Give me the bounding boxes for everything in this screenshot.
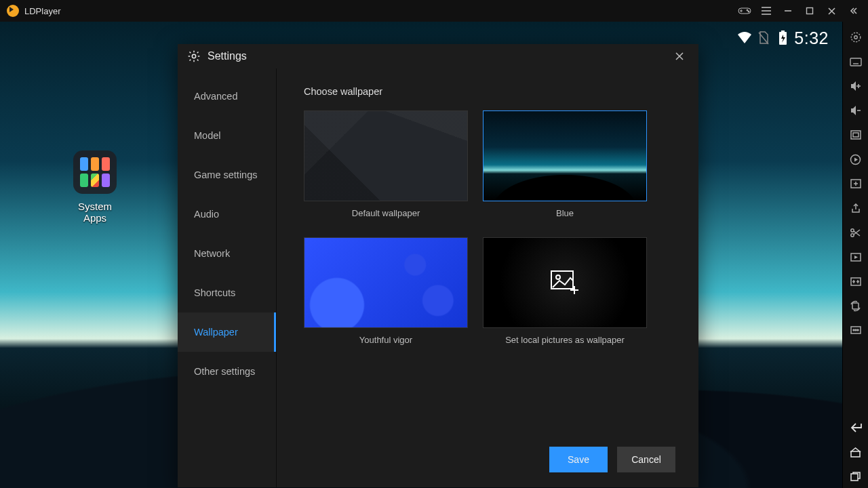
svg-rect-9 (807, 8, 813, 14)
rail-keyboard-icon[interactable] (843, 50, 869, 73)
battery-icon (775, 30, 790, 45)
rail-volume-up-icon[interactable] (843, 75, 869, 98)
nav-back-icon[interactable] (843, 416, 869, 439)
svg-rect-48 (852, 303, 859, 309)
nav-recent-icon[interactable] (843, 465, 869, 488)
svg-point-52 (857, 329, 859, 331)
rail-disc-icon[interactable] (843, 148, 869, 171)
svg-point-23 (851, 33, 861, 42)
emulator-desktop: 5:32 System Apps Settings (0, 22, 842, 488)
sidebar-label: Audio (194, 209, 219, 220)
svg-point-24 (854, 36, 857, 39)
hamburger-menu-icon[interactable] (755, 0, 777, 22)
sidebar-item-wallpaper[interactable]: Wallpaper (178, 312, 276, 352)
no-sim-icon (756, 30, 771, 45)
settings-sidebar: Advanced Model Game settings Audio Netwo… (178, 68, 277, 487)
sidebar-item-other-settings[interactable]: Other settings (178, 352, 276, 391)
svg-marker-37 (854, 157, 858, 161)
wallpaper-thumb (304, 237, 468, 328)
collapse-rail-icon[interactable] (842, 0, 864, 22)
svg-point-20 (556, 275, 560, 279)
wifi-icon (737, 30, 752, 45)
save-button[interactable]: Save (549, 447, 608, 472)
wallpaper-thumb (304, 110, 468, 201)
cancel-button[interactable]: Cancel (617, 447, 675, 472)
sidebar-item-audio[interactable]: Audio (178, 195, 276, 234)
svg-point-41 (851, 228, 854, 231)
wallpaper-option-blue[interactable]: Blue (483, 110, 647, 229)
svg-point-16 (192, 54, 195, 58)
rail-fullscreen-icon[interactable] (843, 123, 869, 146)
sidebar-label: Model (194, 130, 221, 141)
svg-point-51 (855, 329, 856, 331)
rail-share-icon[interactable] (843, 197, 869, 220)
svg-marker-46 (854, 256, 858, 259)
wallpaper-caption: Default wallpaper (352, 208, 420, 218)
svg-rect-25 (850, 58, 861, 66)
settings-close-button[interactable] (670, 47, 689, 66)
folder-icon (73, 150, 117, 194)
android-status-bar: 5:32 (733, 27, 829, 49)
rail-scissors-icon[interactable] (843, 221, 869, 244)
rail-record-icon[interactable] (843, 245, 869, 268)
wallpaper-option-default[interactable]: Default wallpaper (304, 110, 468, 229)
sidebar-item-advanced[interactable]: Advanced (178, 77, 276, 116)
sidebar-label: Advanced (194, 91, 238, 102)
settings-header: Settings (178, 44, 698, 68)
sidebar-label: Shortcuts (194, 287, 235, 298)
wallpaper-panel: Choose wallpaper Default wallpaper Blue (277, 68, 698, 487)
wallpaper-option-local[interactable]: Set local pictures as wallpaper (483, 237, 647, 356)
nav-home-icon[interactable] (843, 441, 869, 464)
svg-point-3 (747, 9, 748, 11)
svg-rect-34 (851, 131, 861, 139)
wallpaper-option-vigor[interactable]: Youthful vigor (304, 237, 468, 356)
wallpaper-thumb (483, 110, 647, 201)
rail-volume-down-icon[interactable] (843, 99, 869, 122)
ldplayer-logo-icon (7, 5, 19, 17)
right-tool-rail (842, 22, 868, 488)
minimize-button[interactable] (777, 0, 799, 22)
folder-label: System Apps (68, 201, 122, 224)
clock-text: 5:32 (794, 28, 829, 48)
wallpaper-caption: Set local pictures as wallpaper (505, 335, 625, 345)
wallpaper-caption: Blue (556, 208, 574, 218)
maximize-button[interactable] (799, 0, 821, 22)
rail-settings-icon[interactable] (843, 26, 869, 49)
sidebar-label: Wallpaper (194, 327, 238, 338)
rail-rotate-icon[interactable] (843, 294, 869, 317)
wallpaper-caption: Youthful vigor (359, 335, 412, 345)
svg-point-50 (853, 329, 854, 331)
sidebar-label: Network (194, 248, 230, 259)
sidebar-item-game-settings[interactable]: Game settings (178, 155, 276, 195)
gear-icon (187, 49, 201, 63)
sidebar-item-shortcuts[interactable]: Shortcuts (178, 273, 276, 312)
window-titlebar: LDPlayer (0, 0, 868, 22)
svg-rect-54 (851, 474, 858, 481)
gamepad-icon[interactable] (734, 0, 755, 22)
sidebar-item-network[interactable]: Network (178, 234, 276, 273)
svg-point-4 (748, 11, 749, 12)
image-add-icon (550, 270, 580, 296)
svg-point-42 (851, 233, 854, 236)
panel-title: Choose wallpaper (304, 86, 678, 97)
svg-rect-53 (851, 451, 860, 457)
svg-rect-35 (853, 133, 859, 137)
rail-more-icon[interactable] (843, 319, 869, 342)
sidebar-label: Other settings (194, 366, 255, 377)
rail-keymap-icon[interactable] (843, 270, 869, 293)
system-apps-folder[interactable]: System Apps (68, 150, 122, 224)
wallpaper-thumb (483, 237, 647, 328)
close-window-button[interactable] (821, 0, 842, 22)
sidebar-item-model[interactable]: Model (178, 116, 276, 155)
sidebar-label: Game settings (194, 169, 258, 180)
settings-title: Settings (208, 50, 247, 62)
app-title: LDPlayer (24, 6, 60, 16)
rail-add-shortcut-icon[interactable] (843, 172, 869, 195)
dialog-footer: Save Cancel (304, 447, 678, 476)
svg-rect-14 (781, 30, 785, 32)
settings-dialog: Settings Advanced Model Game settings Au… (178, 44, 698, 487)
